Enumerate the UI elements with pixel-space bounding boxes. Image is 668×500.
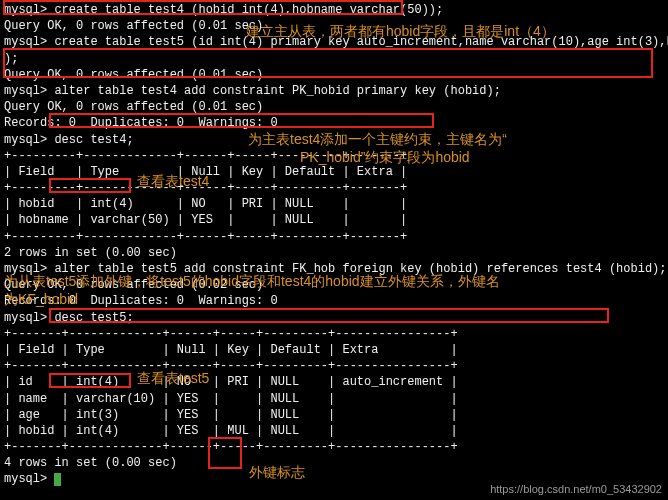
annotation-text: 查看表test5 (137, 369, 209, 388)
terminal-line: mysql> desc test5; (4, 310, 664, 326)
terminal-line: mysql> alter table test4 add constraint … (4, 83, 664, 99)
annotation-text: 建立主从表，两者都有hobid字段，且都是int（4） (246, 22, 555, 41)
terminal-line: | hobname | varchar(50) | YES | | NULL |… (4, 212, 664, 228)
annotation-text: PK_hobid”约束字段为hobid (300, 148, 470, 167)
terminal-line: | id | int(4) | NO | PRI | NULL | auto_i… (4, 374, 664, 390)
terminal-line: +-------+-------------+------+-----+----… (4, 326, 664, 342)
terminal-line: Query OK, 0 rows affected (0.01 sec) (4, 99, 664, 115)
terminal-line: ); (4, 51, 664, 67)
annotation-text: 外键标志 (249, 463, 305, 482)
annotation-text: 为主表test4添加一个主键约束，主键名为“ (248, 130, 507, 149)
cursor-icon (54, 473, 61, 486)
watermark: https://blog.csdn.net/m0_53432902 (490, 482, 662, 497)
terminal-line: mysql> create table test4 (hobid int(4),… (4, 2, 664, 18)
terminal-line: +-------+-------------+------+-----+----… (4, 439, 664, 455)
terminal-line: 2 rows in set (0.00 sec) (4, 245, 664, 261)
terminal-line: +---------+-------------+------+-----+--… (4, 229, 664, 245)
annotation-text: 查看表test4 (137, 172, 209, 191)
terminal-line: Records: 0 Duplicates: 0 Warnings: 0 (4, 293, 664, 309)
terminal-line: +---------+-------------+------+-----+--… (4, 180, 664, 196)
terminal-line: | age | int(3) | YES | | NULL | | (4, 407, 664, 423)
terminal-line: | hobid | int(4) | YES | MUL | NULL | | (4, 423, 664, 439)
terminal-line: 4 rows in set (0.00 sec) (4, 455, 664, 471)
annotation-text: 为KF_hobid (4, 290, 78, 309)
terminal-line: Query OK, 0 rows affected (0.01 sec) (4, 67, 664, 83)
terminal-line: | hobid | int(4) | NO | PRI | NULL | | (4, 196, 664, 212)
terminal-line: +-------+-------------+------+-----+----… (4, 358, 664, 374)
terminal-line: | name | varchar(10) | YES | | NULL | | (4, 391, 664, 407)
annotation-text: 为从表test5添加外键；将test5的hobid字段和test4的hobid建… (4, 272, 500, 291)
terminal-line: | Field | Type | Null | Key | Default | … (4, 342, 664, 358)
